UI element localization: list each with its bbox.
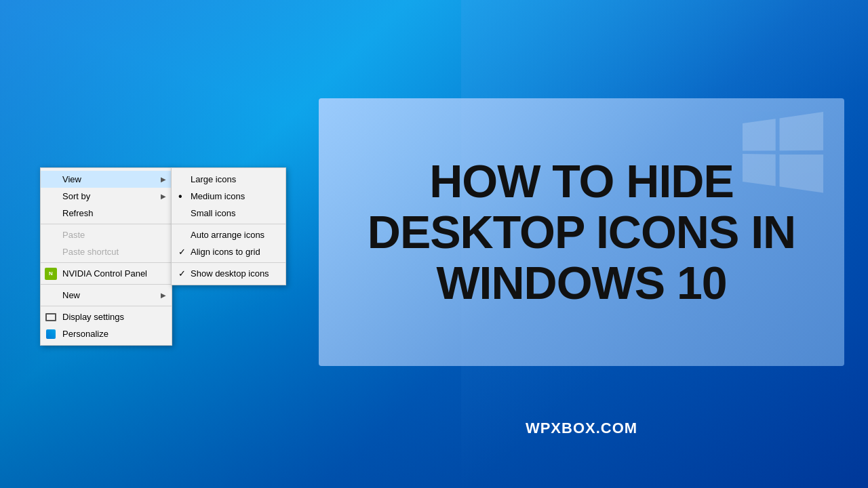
menu-item-nvidia-label: NVIDIA Control Panel — [62, 268, 147, 279]
show-desktop-check: ✓ — [178, 268, 186, 279]
submenu-item-large-icons-label: Large icons — [191, 174, 236, 184]
menu-item-refresh[interactable]: Refresh — [41, 205, 172, 222]
menu-item-nvidia[interactable]: N NVIDIA Control Panel — [41, 265, 172, 282]
submenu-item-medium-icons-label: Medium icons — [191, 191, 245, 201]
menu-item-paste-label: Paste — [62, 230, 85, 240]
submenu-item-auto-arrange[interactable]: Auto arrange icons — [172, 226, 285, 243]
context-menu: View ▶ Sort by ▶ Refresh Paste Paste sho… — [40, 167, 172, 346]
thumbnail-card: HOW TO HIDE DESKTOP ICONS IN WINDOWS 10 — [319, 98, 844, 366]
display-settings-icon — [45, 311, 57, 323]
align-to-grid-check: ✓ — [178, 247, 186, 257]
submenu-item-align-to-grid[interactable]: ✓ Align icons to grid — [172, 243, 285, 260]
menu-item-paste: Paste — [41, 226, 172, 243]
submenu-item-small-icons-label: Small icons — [191, 208, 235, 218]
thumbnail-title-line3: WINDOWS 10 — [436, 257, 726, 308]
menu-item-paste-shortcut-label: Paste shortcut — [62, 247, 119, 257]
menu-item-new[interactable]: New ▶ — [41, 287, 172, 304]
submenu-item-align-to-grid-label: Align icons to grid — [191, 247, 260, 257]
nvidia-icon: N — [45, 268, 57, 280]
submenu-arrow-new: ▶ — [161, 291, 166, 299]
submenu-item-show-desktop-icons[interactable]: ✓ Show desktop icons — [172, 265, 285, 282]
medium-icons-bullet: • — [178, 190, 182, 203]
website-url: WPXBOX.COM — [319, 420, 844, 437]
website-url-text: WPXBOX.COM — [526, 420, 637, 436]
submenu-item-auto-arrange-label: Auto arrange icons — [191, 230, 264, 240]
menu-item-sort-by-label: Sort by — [62, 191, 90, 201]
separator-2 — [41, 262, 172, 263]
submenu-arrow-view: ▶ — [161, 176, 166, 183]
submenu-item-show-desktop-icons-label: Show desktop icons — [191, 268, 269, 279]
view-submenu: Large icons • Medium icons Small icons A… — [171, 167, 286, 285]
windows-logo-watermark — [743, 112, 824, 196]
separator-4 — [41, 306, 172, 306]
windows-logo-svg — [743, 112, 824, 193]
menu-item-view-label: View — [62, 174, 81, 184]
view-submenu-separator-2 — [172, 262, 285, 263]
menu-item-display-settings-label: Display settings — [62, 312, 124, 322]
menu-item-refresh-label: Refresh — [62, 208, 94, 218]
menu-item-new-label: New — [62, 290, 80, 300]
menu-item-view[interactable]: View ▶ — [41, 171, 172, 188]
menu-item-sort-by[interactable]: Sort by ▶ — [41, 188, 172, 205]
menu-item-display-settings[interactable]: Display settings — [41, 308, 172, 325]
submenu-item-large-icons[interactable]: Large icons — [172, 171, 285, 188]
submenu-item-medium-icons[interactable]: • Medium icons — [172, 188, 285, 205]
view-submenu-separator-1 — [172, 224, 285, 224]
separator-1 — [41, 224, 172, 224]
separator-3 — [41, 284, 172, 285]
submenu-item-small-icons[interactable]: Small icons — [172, 205, 285, 222]
thumbnail-title-line1: HOW TO HIDE — [429, 155, 734, 207]
submenu-arrow-sort: ▶ — [161, 192, 166, 200]
personalize-icon — [45, 328, 57, 340]
menu-item-personalize[interactable]: Personalize — [41, 325, 172, 342]
menu-item-personalize-label: Personalize — [62, 329, 108, 339]
menu-item-paste-shortcut: Paste shortcut — [41, 243, 172, 260]
context-menu-container: View ▶ Sort by ▶ Refresh Paste Paste sho… — [40, 167, 172, 346]
thumbnail-title-line2: DESKTOP ICONS IN — [368, 206, 795, 258]
